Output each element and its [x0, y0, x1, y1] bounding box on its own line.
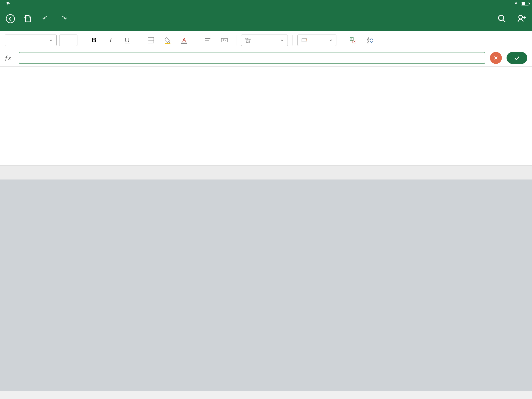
svg-rect-3 [148, 37, 154, 43]
redo-button[interactable] [58, 14, 69, 24]
svg-rect-6 [181, 43, 187, 44]
borders-button[interactable] [144, 35, 158, 46]
underline-button[interactable]: U [120, 35, 134, 46]
font-name-combo[interactable] [5, 35, 57, 46]
bold-button[interactable]: B [87, 35, 101, 46]
svg-point-2 [519, 15, 522, 19]
ribbon-tabs [69, 8, 497, 24]
italic-button[interactable]: I [104, 35, 118, 46]
svg-rect-7 [221, 38, 228, 42]
share-button[interactable] [516, 14, 527, 24]
svg-rect-4 [165, 43, 170, 44]
formula-confirm-button[interactable] [507, 52, 527, 64]
formula-cancel-button[interactable] [490, 52, 502, 64]
ribbon-toolbar: B I U A ABC123 AZ [0, 31, 532, 49]
insert-delete-button[interactable] [346, 35, 360, 46]
svg-text:Z: Z [367, 40, 369, 44]
sort-filter-button[interactable]: AZ [363, 35, 377, 46]
sheet-tab-bar [0, 165, 532, 179]
formula-input[interactable] [19, 52, 485, 64]
wifi-icon [5, 1, 10, 7]
font-color-button[interactable]: A [177, 35, 191, 46]
formula-bar: ƒx [0, 49, 532, 66]
cell-style-combo[interactable] [297, 35, 336, 46]
numeric-keyboard [0, 179, 532, 391]
fill-color-button[interactable] [161, 35, 175, 46]
status-bar [0, 0, 532, 7]
battery-icon [521, 2, 529, 5]
align-button[interactable] [201, 35, 215, 46]
search-button[interactable] [497, 14, 507, 24]
bluetooth-icon [514, 1, 518, 6]
back-button[interactable] [5, 14, 16, 24]
svg-point-1 [498, 15, 504, 21]
svg-text:A: A [182, 37, 186, 43]
spreadsheet-grid[interactable] [0, 66, 532, 165]
fx-label: ƒx [5, 54, 14, 62]
font-size-combo[interactable] [59, 35, 77, 46]
title-bar [0, 7, 532, 31]
number-format-combo[interactable]: ABC123 [241, 35, 288, 46]
file-menu-icon[interactable] [23, 14, 33, 24]
svg-rect-8 [302, 39, 307, 42]
svg-point-0 [6, 15, 15, 23]
merge-button[interactable] [217, 35, 231, 46]
undo-button[interactable] [41, 14, 51, 24]
